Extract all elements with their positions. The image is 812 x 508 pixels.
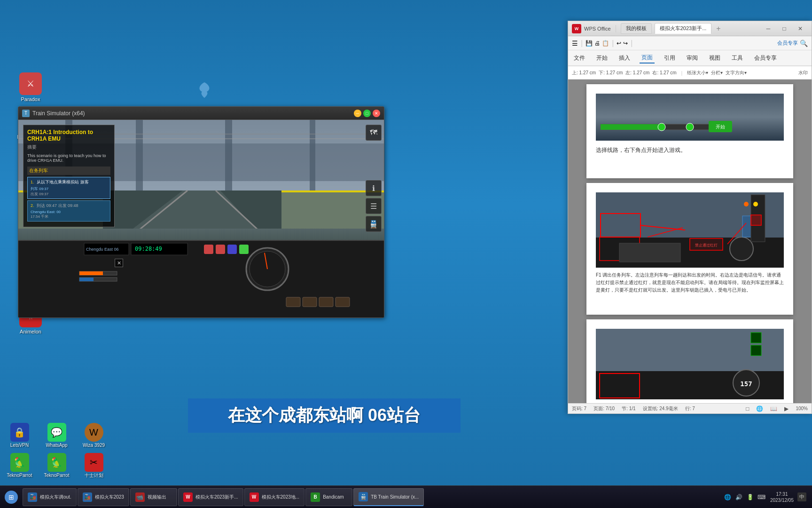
- taskbar-label-outemu: 模拟火车调out.: [40, 494, 71, 500]
- taskbar-items: 🚂 模拟火车调out. 🚂 模拟火车2023 📹 视频输出 W 模拟火车2023…: [23, 488, 723, 506]
- wps-tab-doc[interactable]: 模拟火车2023新手...: [655, 23, 712, 34]
- tray-clock[interactable]: 17:31 2023/12/05: [768, 491, 796, 503]
- taskbar-item-outemu[interactable]: 🚂 模拟火车调out.: [23, 488, 77, 506]
- taskbar: ⊞ 🚂 模拟火车调out. 🚂 模拟火车2023 📹 视频输出 W 模拟火车20…: [0, 485, 812, 508]
- icon-label-teknoparrot2: TeknoParrot: [44, 473, 70, 478]
- wps-menu-icon[interactable]: ☰: [572, 40, 578, 47]
- desktop-icon-teknoparrot2[interactable]: 🦜 TeknoParrot: [39, 451, 74, 480]
- taskbar-item-bandicam[interactable]: B Bandicam: [305, 488, 352, 506]
- ribbon-item-tools[interactable]: 工具: [730, 53, 745, 63]
- start-button[interactable]: ⊞: [2, 488, 21, 507]
- svg-point-39: [658, 123, 665, 131]
- wps-copy-btn[interactable]: 📋: [602, 40, 609, 47]
- taskbar-item-video[interactable]: 📹 视频输出: [130, 488, 177, 506]
- svg-point-55: [744, 202, 749, 206]
- ribbon-item-reference[interactable]: 引用: [662, 53, 677, 63]
- wps-ribbon: 文件 开始 插入 页面 引用 审阅 视图 工具 会员专享: [568, 50, 812, 66]
- sidebar-item-paradox[interactable]: ⚔ Paradox: [9, 71, 52, 104]
- svg-text:09:28:49: 09:28:49: [135, 246, 162, 252]
- doc-image-cabin-2: 157: [596, 329, 784, 399]
- svg-rect-31: [79, 271, 103, 275]
- svg-rect-52: [742, 216, 752, 237]
- wps-minimize-btn[interactable]: ─: [761, 24, 776, 34]
- desktop-icon-teknoparrot1[interactable]: 🦜 TeknoParrot: [2, 451, 37, 480]
- format-papersize: 纸张大小▾: [687, 70, 708, 76]
- wps-member-btn[interactable]: 会员专享: [777, 40, 798, 47]
- ribbon-item-member[interactable]: 会员专享: [752, 53, 779, 63]
- svg-rect-4: [225, 120, 232, 190]
- svg-rect-20: [239, 245, 249, 254]
- wps-print-btn[interactable]: 🖨: [594, 40, 600, 47]
- status-layout-read[interactable]: 📖: [770, 405, 777, 412]
- taskbar-item-wps2[interactable]: W 模拟火车2023地...: [244, 488, 305, 506]
- task-text-1: 从以下地点乘乘模拟站 旅客: [37, 180, 89, 184]
- taskbar-item-ts2023[interactable]: 🚂 模拟火车2023: [78, 488, 129, 506]
- ribbon-item-file[interactable]: 文件: [572, 53, 587, 63]
- wps-restore-btn[interactable]: □: [777, 24, 792, 34]
- status-play-btn[interactable]: ▶: [784, 405, 789, 412]
- status-page-num: 页码: 7: [572, 405, 586, 412]
- svg-rect-33: [79, 278, 94, 281]
- hud-btn-menu[interactable]: ☰: [366, 198, 382, 214]
- ribbon-item-page[interactable]: 页面: [640, 53, 655, 64]
- status-layout-print[interactable]: □: [746, 405, 749, 412]
- minimize-button[interactable]: ─: [354, 110, 361, 117]
- doc-text-1: 选择线路，右下角点开始进入游戏。: [596, 145, 784, 156]
- taskbar-icon-video: 📹: [135, 492, 145, 502]
- tray-icon-network[interactable]: 🌐: [723, 492, 733, 502]
- doc-image-inner: 开始: [596, 94, 784, 141]
- wps-titlebar: W WPS Office 我的模板 模拟火车2023新手... + ─ □ ✕: [568, 21, 812, 36]
- wps-document-content: 开始 选择线路，右下角点开始进入游戏。: [568, 79, 812, 406]
- taskbar-item-trainsim[interactable]: 🚆 TB Train Simulator (x...: [353, 488, 424, 506]
- wps-logo: W: [572, 24, 581, 33]
- maximize-button[interactable]: □: [363, 110, 371, 117]
- wps-tab-template[interactable]: 我的模板: [621, 23, 652, 34]
- desktop-icon-wiza[interactable]: W Wiza 3929: [76, 421, 111, 450]
- ribbon-item-view[interactable]: 视图: [707, 53, 722, 63]
- wps-redo-btn[interactable]: ↪: [623, 40, 628, 47]
- status-layout-web[interactable]: 🌐: [756, 405, 763, 412]
- subtitle-text: 在这个成都东站啊 06站台: [228, 405, 421, 425]
- icon-label-letsvpn: LetsVPN: [10, 443, 29, 448]
- taskbar-label-bandicam: Bandicam: [323, 494, 344, 500]
- mission-panel: CRH1A:1 Introduction to CRH1A EMU 摘要 Thi…: [23, 125, 115, 227]
- desktop-icon-scissors[interactable]: ✂ 十士计划: [76, 451, 111, 480]
- format-label-right: 右: 1.27 cm: [652, 70, 676, 76]
- ribbon-item-insert[interactable]: 插入: [617, 53, 632, 63]
- desktop-icon-whatsapp[interactable]: 💬 WhatsApp: [39, 421, 74, 450]
- wps-office-window: W WPS Office 我的模板 模拟火车2023新手... + ─ □ ✕ …: [568, 21, 812, 414]
- ribbon-item-review[interactable]: 审阅: [685, 53, 700, 63]
- tray-date: 2023/12/05: [768, 497, 796, 503]
- taskbar-item-wps1[interactable]: W 模拟火车2023新手...: [178, 488, 243, 506]
- wps-close-btn[interactable]: ✕: [793, 24, 808, 34]
- wps-undo-btn[interactable]: ↩: [617, 40, 621, 47]
- taskbar-label-wps2: 模拟火车2023地...: [262, 494, 300, 500]
- mission-header: 摘要: [27, 144, 110, 151]
- mission-desc: This scenario is going to teach you how …: [27, 153, 110, 163]
- desktop-icon-letsvpn[interactable]: 🔒 LetsVPN: [2, 421, 37, 450]
- tray-icon-sound[interactable]: 🔊: [734, 492, 744, 502]
- ribbon-item-home[interactable]: 开始: [594, 53, 609, 63]
- format-column: 分栏▾: [711, 70, 723, 76]
- hud-btn-info[interactable]: ℹ: [366, 180, 382, 196]
- add-tab-button[interactable]: +: [716, 24, 720, 33]
- wps-save-btn[interactable]: 💾: [586, 40, 593, 47]
- task-detail-1: 列车 09:37: [31, 186, 107, 191]
- wps-app-name: WPS Office: [584, 26, 611, 32]
- wps-search-btn[interactable]: 🔍: [800, 40, 808, 47]
- doc-image-cabin: 禁止通过红灯: [596, 192, 784, 268]
- svg-rect-19: [227, 245, 237, 254]
- close-overlay-button[interactable]: ✕: [115, 259, 123, 267]
- format-direction: 文字方向▾: [726, 70, 747, 76]
- train-app-icon: T: [22, 110, 30, 117]
- ime-indicator[interactable]: 中: [797, 492, 806, 501]
- tray-icon-keyboard[interactable]: ⌨: [757, 492, 766, 502]
- svg-rect-27: [303, 297, 317, 307]
- svg-point-40: [686, 123, 694, 131]
- dashboard-inner: 09:28:49 Chengdu East 06: [18, 241, 384, 318]
- hud-btn-train[interactable]: 🚆: [366, 216, 382, 232]
- close-button[interactable]: ✕: [373, 110, 380, 117]
- hud-btn-map[interactable]: 🗺: [366, 125, 382, 141]
- tray-icon-battery[interactable]: 🔋: [746, 492, 755, 502]
- train-dashboard: 09:28:49 Chengdu East 06: [18, 240, 384, 318]
